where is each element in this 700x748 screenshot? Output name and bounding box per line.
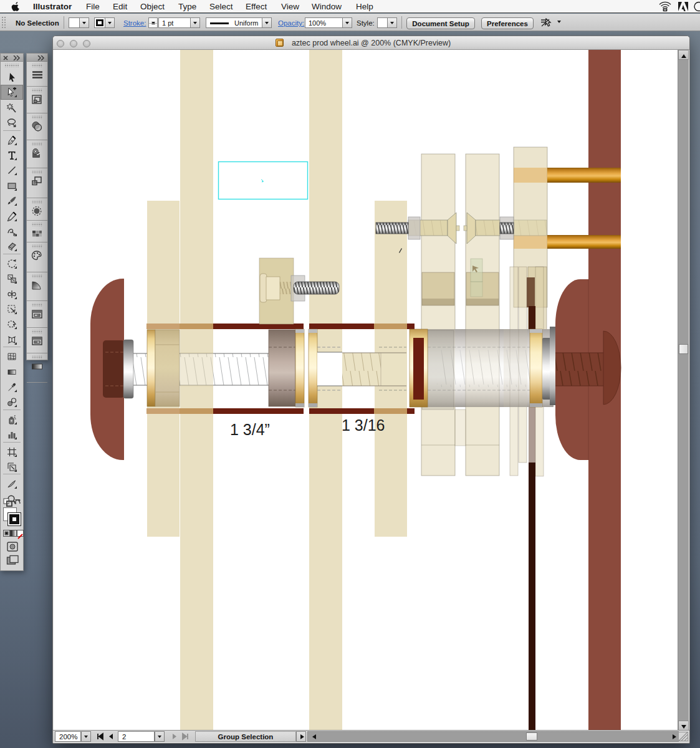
knife-tool[interactable] (1, 476, 23, 491)
menu-select[interactable]: Select (209, 2, 233, 11)
page-number-input[interactable]: 2 (118, 731, 155, 742)
swap-fill-stroke[interactable] (2, 497, 22, 507)
zoom-level-input[interactable]: 200% (55, 731, 81, 742)
menu-file[interactable]: File (86, 2, 100, 11)
menu-help[interactable]: Help (356, 2, 373, 11)
menu-edit[interactable]: Edit (113, 2, 127, 11)
width-profile-dropdown[interactable] (262, 17, 272, 28)
eraser-tool[interactable] (1, 239, 23, 254)
color-button[interactable] (3, 530, 10, 537)
artboard-tool[interactable] (1, 444, 23, 459)
opacity-link[interactable]: Opacity: (278, 19, 304, 27)
stroke-swatch-dropdown[interactable] (105, 17, 115, 28)
panel-layers[interactable] (27, 303, 47, 328)
type-tool[interactable] (1, 148, 23, 163)
puppet-warp-tool[interactable] (1, 317, 23, 332)
apple-icon[interactable] (11, 1, 20, 13)
scroll-right-button[interactable] (668, 732, 678, 741)
stroke-swatch[interactable] (94, 17, 105, 28)
next-page-button[interactable] (169, 731, 180, 742)
panel-symbols[interactable] (27, 89, 47, 113)
group-selection-tool[interactable] (1, 85, 23, 100)
vertical-scroll-thumb[interactable] (679, 344, 688, 354)
symbol-sprayer-tool[interactable] (1, 412, 23, 427)
zoom-level-dropdown[interactable] (81, 731, 91, 742)
fill-swatch[interactable] (69, 17, 80, 28)
panel-artboards[interactable] (27, 330, 47, 353)
stroke-weight-dropdown[interactable] (191, 17, 200, 28)
page-number-dropdown[interactable] (155, 731, 165, 742)
gradient-tool[interactable] (1, 365, 23, 380)
panel-swatches[interactable] (27, 223, 47, 242)
double-chevron-icon[interactable] (37, 55, 45, 60)
selection-rectangle[interactable] (219, 162, 308, 199)
document-setup-button[interactable]: Document Setup (406, 17, 475, 29)
fill-swatch-dropdown[interactable] (80, 17, 89, 28)
canvas[interactable]: 1 3/4” 1 3/16 (54, 50, 679, 731)
none-button[interactable] (17, 530, 24, 537)
perspective-grid-tool[interactable] (1, 332, 23, 347)
panel-transparency[interactable] (27, 115, 47, 140)
panel-gradient-fan[interactable] (27, 274, 47, 301)
stroke-link[interactable]: Stroke: (123, 19, 146, 27)
menu-object[interactable]: Object (140, 2, 165, 11)
previous-page-button[interactable] (105, 731, 117, 742)
slice-tool[interactable] (1, 459, 23, 474)
double-chevron-icon[interactable] (13, 55, 21, 60)
opacity-dropdown[interactable] (343, 17, 352, 28)
column-graph-tool[interactable] (1, 427, 23, 442)
menu-window[interactable]: Window (312, 2, 342, 11)
control-bar-grip[interactable] (1, 16, 6, 29)
rotate-tool[interactable] (1, 256, 23, 271)
first-page-button[interactable] (94, 731, 105, 742)
menu-type[interactable]: Type (178, 2, 196, 11)
mesh-tool[interactable] (1, 349, 23, 364)
gradient-button[interactable] (10, 530, 17, 537)
stroke-color-swatch[interactable] (7, 512, 21, 526)
scroll-down-button[interactable] (678, 721, 689, 731)
free-transform-tool[interactable] (1, 302, 23, 317)
style-dropdown[interactable] (388, 17, 397, 28)
scroll-left-button[interactable] (308, 732, 318, 741)
panel-pathfinder[interactable] (27, 170, 47, 198)
vertical-scrollbar[interactable] (678, 50, 689, 731)
shaper-tool[interactable] (1, 224, 23, 239)
menu-effect[interactable]: Effect (246, 2, 267, 11)
eyedropper-tool[interactable] (1, 380, 23, 395)
selection-tool[interactable] (1, 70, 23, 85)
width-tool[interactable] (1, 287, 23, 302)
stroke-weight-input[interactable]: 1 pt (158, 17, 191, 28)
menu-view[interactable]: View (281, 2, 299, 11)
clock-icon[interactable] (694, 1, 700, 14)
screen-mode-button[interactable] (6, 555, 19, 566)
drawing-mode-button[interactable] (6, 541, 19, 552)
touch-workspace-dropdown[interactable] (556, 19, 562, 25)
stroke-weight-stepper[interactable] (148, 17, 158, 28)
pen-tool[interactable] (1, 133, 23, 148)
opacity-input[interactable]: 100% (305, 17, 343, 28)
paintbrush-tool[interactable] (1, 193, 23, 208)
blend-tool[interactable] (1, 395, 23, 410)
width-profile-combo[interactable]: Uniform (206, 17, 262, 28)
window-title-bar[interactable]: aztec prod wheel.ai @ 200% (CMYK/Preview… (53, 36, 689, 50)
status-text[interactable]: Group Selection (195, 731, 296, 742)
rectangle-tool[interactable] (1, 178, 23, 193)
toolbox-grip[interactable] (5, 64, 19, 67)
lasso-tool[interactable] (1, 115, 23, 130)
status-flyout-button[interactable] (296, 731, 306, 742)
panel-gradient[interactable] (27, 355, 47, 383)
style-input[interactable] (377, 17, 388, 28)
wifi-camera-icon[interactable] (658, 1, 672, 14)
magic-wand-tool[interactable] (1, 100, 23, 115)
close-icon[interactable] (3, 55, 8, 60)
window-resize-grip[interactable] (678, 732, 688, 741)
menu-illustrator[interactable]: Illustrator (33, 2, 72, 11)
preferences-button[interactable]: Preferences (481, 17, 534, 29)
horizontal-scroll-thumb[interactable] (526, 732, 537, 741)
horizontal-scrollbar[interactable] (307, 731, 679, 742)
scroll-up-button[interactable] (678, 50, 689, 60)
pencil-tool[interactable] (1, 209, 23, 224)
panel-brushes[interactable] (27, 200, 47, 221)
panel-menu[interactable] (27, 64, 47, 87)
line-segment-tool[interactable] (1, 163, 23, 178)
